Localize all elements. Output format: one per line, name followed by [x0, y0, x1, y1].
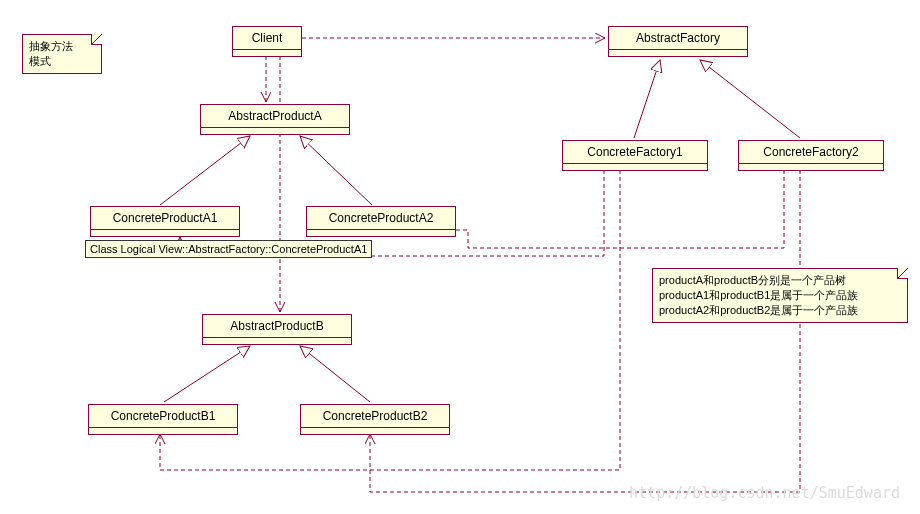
class-name: AbstractProductA: [201, 105, 349, 128]
svg-line-7: [164, 346, 250, 402]
class-abstract-product-b[interactable]: AbstractProductB: [202, 314, 352, 345]
class-name: ConcreteFactory1: [563, 141, 707, 164]
class-concrete-product-a1[interactable]: ConcreteProductA1: [90, 206, 240, 237]
class-body: [91, 230, 239, 236]
note-line: 抽象方法: [29, 39, 95, 54]
class-body: [201, 128, 349, 134]
svg-line-6: [300, 136, 372, 205]
class-concrete-product-b1[interactable]: ConcreteProductB1: [88, 404, 238, 435]
class-concrete-factory2[interactable]: ConcreteFactory2: [738, 140, 884, 171]
class-body: [233, 50, 301, 56]
class-abstract-product-a[interactable]: AbstractProductA: [200, 104, 350, 135]
class-body: [563, 164, 707, 170]
class-name: ConcreteProductB1: [89, 405, 237, 428]
note-line: productA和productB分别是一个产品树: [659, 273, 901, 288]
class-name: ConcreteProductA1: [91, 207, 239, 230]
note-pattern-name: 抽象方法 模式: [22, 34, 102, 74]
class-body: [301, 428, 449, 434]
class-body: [307, 230, 455, 236]
class-abstract-factory[interactable]: AbstractFactory: [608, 26, 748, 57]
svg-line-3: [634, 60, 660, 138]
class-name: AbstractFactory: [609, 27, 747, 50]
class-client[interactable]: Client: [232, 26, 302, 57]
class-body: [609, 50, 747, 56]
class-name: ConcreteProductA2: [307, 207, 455, 230]
class-name: Client: [233, 27, 301, 50]
class-concrete-product-a2[interactable]: ConcreteProductA2: [306, 206, 456, 237]
class-body: [203, 338, 351, 344]
class-name: ConcreteFactory2: [739, 141, 883, 164]
tooltip-class-path: Class Logical View::AbstractFactory::Con…: [85, 240, 372, 258]
class-name: AbstractProductB: [203, 315, 351, 338]
class-body: [89, 428, 237, 434]
svg-line-5: [160, 136, 250, 205]
class-concrete-product-b2[interactable]: ConcreteProductB2: [300, 404, 450, 435]
svg-line-8: [300, 346, 370, 402]
class-name: ConcreteProductB2: [301, 405, 449, 428]
svg-line-4: [700, 60, 800, 138]
class-concrete-factory1[interactable]: ConcreteFactory1: [562, 140, 708, 171]
note-line: productA2和productB2是属于一个产品族: [659, 303, 901, 318]
watermark: http://blog.csdn.net/SmuEdward: [629, 484, 900, 502]
note-line: 模式: [29, 54, 95, 69]
note-line: productA1和productB1是属于一个产品族: [659, 288, 901, 303]
class-body: [739, 164, 883, 170]
note-product-family: productA和productB分别是一个产品树 productA1和prod…: [652, 268, 908, 323]
